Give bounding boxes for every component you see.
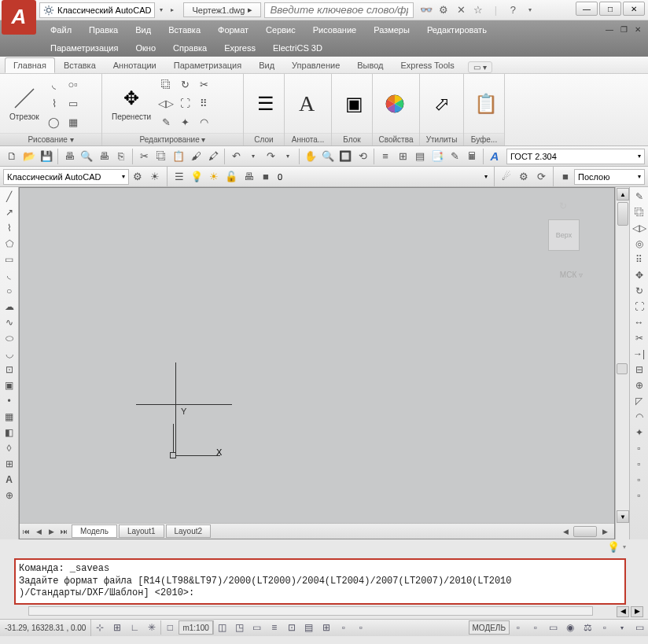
hatch-icon[interactable]: ▦ (64, 114, 82, 131)
file-tab-dropdown-icon[interactable]: ▸ (248, 5, 252, 15)
ducs-icon[interactable]: ◳ (231, 620, 249, 635)
textstyle-combo[interactable]: ГОСТ 2.304▾ (506, 149, 645, 164)
panel-edit-title[interactable]: Редактирование ▾ (102, 133, 243, 145)
hint-bulb-icon[interactable]: 💡 (606, 540, 621, 553)
toolpalette-icon[interactable]: ▤ (411, 148, 429, 165)
sb4-icon[interactable]: ◉ (561, 620, 579, 635)
r-copy-icon[interactable]: ⿻ (631, 204, 647, 220)
polyline-icon[interactable]: ⌇ (46, 95, 63, 112)
bylayer-swatch[interactable]: ■ (557, 168, 574, 186)
l-rect-icon[interactable]: ▭ (2, 252, 17, 267)
l-ellipse-icon[interactable]: ⬭ (2, 330, 17, 346)
cut-icon[interactable]: ✂ (135, 148, 153, 165)
undo-icon[interactable]: ↶ (227, 148, 245, 165)
l-region-icon[interactable]: ◊ (2, 440, 17, 456)
l-polygon-icon[interactable]: ⬠ (2, 236, 17, 252)
r-erase-icon[interactable]: ✎ (631, 189, 647, 204)
l-arc-icon[interactable]: ◟ (2, 267, 17, 283)
layer-name[interactable]: 0 (274, 172, 285, 182)
r-mirror-icon[interactable]: ◁▷ (631, 220, 647, 236)
save-icon[interactable]: 💾 (38, 148, 55, 165)
coordinates[interactable]: -31.29, 16328.31 , 0.00 (0, 620, 91, 636)
bulb-icon[interactable]: 💡 (188, 168, 205, 186)
zoom-realtime-icon[interactable]: 🔍 (319, 148, 337, 165)
menu-window[interactable]: Окно (127, 42, 164, 54)
rotate-icon[interactable]: ↻ (176, 76, 193, 94)
dyn-icon[interactable]: ▭ (249, 620, 266, 635)
panel-draw-title[interactable]: Рисование ▾ (0, 133, 101, 145)
menu-service[interactable]: Сервис (258, 24, 304, 36)
grid-icon[interactable]: ⊞ (109, 620, 126, 635)
hscrollbar[interactable]: ◀▶ (211, 525, 614, 538)
l-gradient-icon[interactable]: ◧ (2, 425, 17, 440)
menu-electrics[interactable]: ElectriCS 3D (265, 42, 330, 54)
file-tab[interactable]: Чертеж1.dwg ▸ (183, 2, 261, 17)
hint-dropdown-icon[interactable]: ▾ (623, 543, 626, 550)
undo-dropdown-icon[interactable]: ▾ (245, 148, 262, 165)
menu-draw[interactable]: Рисование (305, 24, 364, 36)
app-logo[interactable]: A (2, 0, 36, 35)
otrack-icon[interactable]: ◫ (214, 620, 231, 635)
maximize-button[interactable]: □ (599, 2, 621, 16)
block-button[interactable]: ▣ (337, 88, 371, 120)
layer-color-swatch[interactable]: ■ (257, 168, 274, 186)
vscrollbar[interactable]: ▲ ▼ (615, 187, 629, 539)
qat-flyout-icon[interactable]: ▸ (168, 6, 177, 13)
nav-box[interactable] (617, 363, 628, 374)
publish-icon[interactable]: 🖶 (95, 148, 112, 165)
scale-icon[interactable]: ⛶ (176, 95, 193, 112)
rectangle-icon[interactable]: ▭ (64, 95, 82, 112)
tab-express[interactable]: Express Tools (392, 57, 463, 73)
menu-format[interactable]: Формат (210, 24, 256, 36)
clipboard-button[interactable]: 📋 (469, 88, 503, 120)
tab-next-icon[interactable]: ▶ (45, 525, 57, 538)
menu-dimension[interactable]: Размеры (366, 24, 418, 36)
explode-icon[interactable]: ✦ (176, 114, 193, 131)
copystd-icon[interactable]: ⿻ (153, 148, 170, 165)
menu-modify[interactable]: Редактировать (419, 24, 495, 36)
scroll-up-icon[interactable]: ▲ (617, 188, 629, 201)
s1-icon[interactable]: ▫ (335, 620, 352, 635)
r-more3-icon[interactable]: ▫ (631, 472, 647, 488)
model-button[interactable]: МОДЕЛЬ (469, 620, 510, 635)
sb1-icon[interactable]: ▫ (510, 620, 527, 635)
r-trim-icon[interactable]: ✂ (631, 330, 647, 346)
line-button[interactable]: Отрезок (5, 83, 44, 124)
wcs-label[interactable]: МСК ▿ (560, 270, 583, 279)
layout1-tab[interactable]: Layout1 (119, 524, 164, 538)
menu-express[interactable]: Express (216, 42, 263, 54)
l-point-icon[interactable]: • (2, 393, 17, 409)
sc-icon[interactable]: ⊞ (318, 620, 335, 635)
r-break-icon[interactable]: ⊟ (631, 362, 647, 377)
help-icon[interactable]: ? (506, 4, 519, 17)
layermatch-icon[interactable]: ⚙ (515, 168, 532, 186)
scroll-thumb[interactable] (617, 202, 628, 226)
r-more4-icon[interactable]: ▫ (631, 488, 647, 503)
osnap-icon[interactable]: □ (161, 620, 179, 635)
annotation-button[interactable]: A (289, 88, 324, 120)
lock-icon[interactable]: 🔓 (223, 168, 240, 186)
sun-freeze-icon[interactable]: ☀ (205, 168, 223, 186)
sb5-icon[interactable]: ▫ (596, 620, 613, 635)
annoscale-icon[interactable]: ⚖ (579, 620, 596, 635)
cmd-scroll-right-icon[interactable]: ▶ (631, 606, 643, 617)
exchange-icon[interactable]: ✕ (455, 4, 467, 17)
arc-icon[interactable]: ◟ (46, 76, 63, 94)
markup-icon[interactable]: ✎ (446, 148, 463, 165)
tab-view[interactable]: Вид (250, 57, 283, 73)
command-window[interactable]: Команда: _saveas Задайте формат файла [R… (14, 558, 626, 605)
layer-manager-icon[interactable]: ☰ (171, 168, 188, 186)
tpy-icon[interactable]: ⊡ (283, 620, 300, 635)
r-move-icon[interactable]: ✥ (631, 267, 647, 283)
tab-insert[interactable]: Вставка (55, 57, 105, 73)
tab-prev-icon[interactable]: ◀ (32, 525, 45, 538)
viewcube[interactable]: ↻ Верх (532, 196, 595, 259)
l-insert-icon[interactable]: ⊡ (2, 362, 17, 377)
r-chamfer-icon[interactable]: ◸ (631, 393, 647, 409)
fillet-icon[interactable]: ◠ (195, 114, 212, 131)
circle-icon[interactable]: ○▫ (64, 76, 82, 94)
l-mtext-icon[interactable]: A (2, 472, 17, 488)
open-icon[interactable]: 📂 (20, 148, 38, 165)
tab-home[interactable]: Главная (5, 57, 55, 73)
l-xline-icon[interactable]: ↗ (2, 204, 17, 220)
